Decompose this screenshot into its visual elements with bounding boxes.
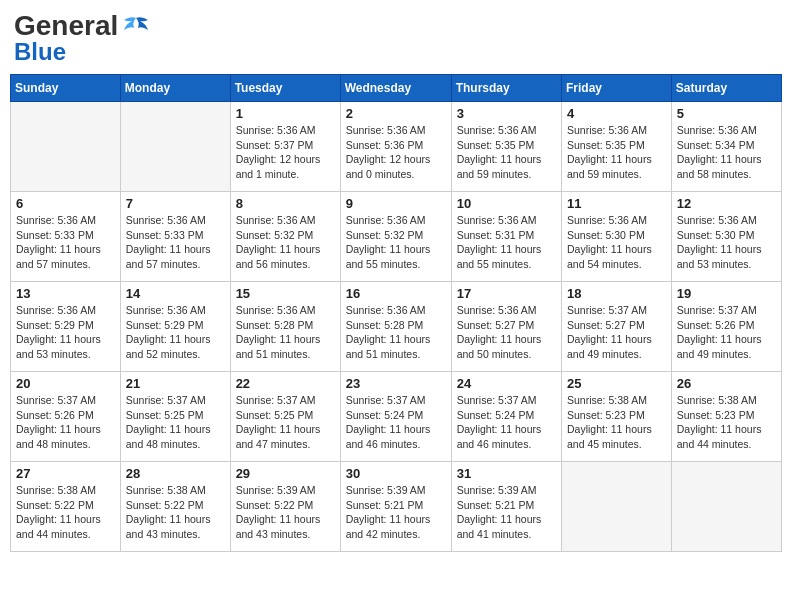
- day-number: 31: [457, 466, 556, 481]
- weekday-header-tuesday: Tuesday: [230, 75, 340, 102]
- calendar-cell: 20Sunrise: 5:37 AM Sunset: 5:26 PM Dayli…: [11, 372, 121, 462]
- weekday-header-sunday: Sunday: [11, 75, 121, 102]
- week-row-5: 27Sunrise: 5:38 AM Sunset: 5:22 PM Dayli…: [11, 462, 782, 552]
- week-row-3: 13Sunrise: 5:36 AM Sunset: 5:29 PM Dayli…: [11, 282, 782, 372]
- day-number: 16: [346, 286, 446, 301]
- day-number: 20: [16, 376, 115, 391]
- day-number: 21: [126, 376, 225, 391]
- calendar-cell: 13Sunrise: 5:36 AM Sunset: 5:29 PM Dayli…: [11, 282, 121, 372]
- day-number: 24: [457, 376, 556, 391]
- day-number: 12: [677, 196, 776, 211]
- calendar-cell: 4Sunrise: 5:36 AM Sunset: 5:35 PM Daylig…: [562, 102, 672, 192]
- day-number: 14: [126, 286, 225, 301]
- day-info: Sunrise: 5:37 AM Sunset: 5:26 PM Dayligh…: [677, 303, 776, 362]
- calendar-cell: [11, 102, 121, 192]
- day-info: Sunrise: 5:36 AM Sunset: 5:29 PM Dayligh…: [16, 303, 115, 362]
- day-info: Sunrise: 5:36 AM Sunset: 5:34 PM Dayligh…: [677, 123, 776, 182]
- day-info: Sunrise: 5:37 AM Sunset: 5:25 PM Dayligh…: [236, 393, 335, 452]
- day-info: Sunrise: 5:36 AM Sunset: 5:28 PM Dayligh…: [346, 303, 446, 362]
- calendar-cell: 2Sunrise: 5:36 AM Sunset: 5:36 PM Daylig…: [340, 102, 451, 192]
- day-info: Sunrise: 5:36 AM Sunset: 5:29 PM Dayligh…: [126, 303, 225, 362]
- day-number: 13: [16, 286, 115, 301]
- day-number: 27: [16, 466, 115, 481]
- calendar-cell: 19Sunrise: 5:37 AM Sunset: 5:26 PM Dayli…: [671, 282, 781, 372]
- day-info: Sunrise: 5:39 AM Sunset: 5:21 PM Dayligh…: [457, 483, 556, 542]
- day-info: Sunrise: 5:37 AM Sunset: 5:27 PM Dayligh…: [567, 303, 666, 362]
- day-info: Sunrise: 5:36 AM Sunset: 5:33 PM Dayligh…: [16, 213, 115, 272]
- calendar-cell: 23Sunrise: 5:37 AM Sunset: 5:24 PM Dayli…: [340, 372, 451, 462]
- day-number: 6: [16, 196, 115, 211]
- day-number: 5: [677, 106, 776, 121]
- day-info: Sunrise: 5:36 AM Sunset: 5:31 PM Dayligh…: [457, 213, 556, 272]
- calendar-cell: 26Sunrise: 5:38 AM Sunset: 5:23 PM Dayli…: [671, 372, 781, 462]
- calendar-cell: 9Sunrise: 5:36 AM Sunset: 5:32 PM Daylig…: [340, 192, 451, 282]
- day-info: Sunrise: 5:36 AM Sunset: 5:35 PM Dayligh…: [457, 123, 556, 182]
- logo-bird-icon: [122, 16, 150, 36]
- day-number: 8: [236, 196, 335, 211]
- calendar-cell: 27Sunrise: 5:38 AM Sunset: 5:22 PM Dayli…: [11, 462, 121, 552]
- calendar-cell: 16Sunrise: 5:36 AM Sunset: 5:28 PM Dayli…: [340, 282, 451, 372]
- calendar-cell: 21Sunrise: 5:37 AM Sunset: 5:25 PM Dayli…: [120, 372, 230, 462]
- weekday-header-row: SundayMondayTuesdayWednesdayThursdayFrid…: [11, 75, 782, 102]
- day-info: Sunrise: 5:36 AM Sunset: 5:30 PM Dayligh…: [677, 213, 776, 272]
- calendar-cell: [120, 102, 230, 192]
- week-row-1: 1Sunrise: 5:36 AM Sunset: 5:37 PM Daylig…: [11, 102, 782, 192]
- weekday-header-monday: Monday: [120, 75, 230, 102]
- day-number: 28: [126, 466, 225, 481]
- day-number: 29: [236, 466, 335, 481]
- day-number: 23: [346, 376, 446, 391]
- week-row-4: 20Sunrise: 5:37 AM Sunset: 5:26 PM Dayli…: [11, 372, 782, 462]
- weekday-header-saturday: Saturday: [671, 75, 781, 102]
- calendar-cell: 14Sunrise: 5:36 AM Sunset: 5:29 PM Dayli…: [120, 282, 230, 372]
- day-info: Sunrise: 5:38 AM Sunset: 5:22 PM Dayligh…: [16, 483, 115, 542]
- calendar-cell: 7Sunrise: 5:36 AM Sunset: 5:33 PM Daylig…: [120, 192, 230, 282]
- calendar-cell: 10Sunrise: 5:36 AM Sunset: 5:31 PM Dayli…: [451, 192, 561, 282]
- day-number: 18: [567, 286, 666, 301]
- day-number: 30: [346, 466, 446, 481]
- weekday-header-wednesday: Wednesday: [340, 75, 451, 102]
- calendar-cell: 30Sunrise: 5:39 AM Sunset: 5:21 PM Dayli…: [340, 462, 451, 552]
- day-number: 2: [346, 106, 446, 121]
- day-info: Sunrise: 5:36 AM Sunset: 5:35 PM Dayligh…: [567, 123, 666, 182]
- logo: General Blue: [14, 10, 150, 66]
- calendar-cell: 25Sunrise: 5:38 AM Sunset: 5:23 PM Dayli…: [562, 372, 672, 462]
- day-info: Sunrise: 5:39 AM Sunset: 5:21 PM Dayligh…: [346, 483, 446, 542]
- day-info: Sunrise: 5:36 AM Sunset: 5:33 PM Dayligh…: [126, 213, 225, 272]
- day-info: Sunrise: 5:36 AM Sunset: 5:28 PM Dayligh…: [236, 303, 335, 362]
- day-info: Sunrise: 5:37 AM Sunset: 5:25 PM Dayligh…: [126, 393, 225, 452]
- calendar-cell: 24Sunrise: 5:37 AM Sunset: 5:24 PM Dayli…: [451, 372, 561, 462]
- day-number: 19: [677, 286, 776, 301]
- day-number: 26: [677, 376, 776, 391]
- day-number: 1: [236, 106, 335, 121]
- calendar-cell: 22Sunrise: 5:37 AM Sunset: 5:25 PM Dayli…: [230, 372, 340, 462]
- calendar-cell: 18Sunrise: 5:37 AM Sunset: 5:27 PM Dayli…: [562, 282, 672, 372]
- day-number: 17: [457, 286, 556, 301]
- page-header: General Blue: [10, 10, 782, 66]
- calendar-cell: 29Sunrise: 5:39 AM Sunset: 5:22 PM Dayli…: [230, 462, 340, 552]
- day-info: Sunrise: 5:37 AM Sunset: 5:24 PM Dayligh…: [346, 393, 446, 452]
- day-number: 9: [346, 196, 446, 211]
- day-info: Sunrise: 5:38 AM Sunset: 5:22 PM Dayligh…: [126, 483, 225, 542]
- calendar-cell: 28Sunrise: 5:38 AM Sunset: 5:22 PM Dayli…: [120, 462, 230, 552]
- calendar-cell: 8Sunrise: 5:36 AM Sunset: 5:32 PM Daylig…: [230, 192, 340, 282]
- day-info: Sunrise: 5:39 AM Sunset: 5:22 PM Dayligh…: [236, 483, 335, 542]
- week-row-2: 6Sunrise: 5:36 AM Sunset: 5:33 PM Daylig…: [11, 192, 782, 282]
- day-info: Sunrise: 5:38 AM Sunset: 5:23 PM Dayligh…: [567, 393, 666, 452]
- weekday-header-thursday: Thursday: [451, 75, 561, 102]
- calendar-cell: 17Sunrise: 5:36 AM Sunset: 5:27 PM Dayli…: [451, 282, 561, 372]
- day-number: 4: [567, 106, 666, 121]
- day-number: 22: [236, 376, 335, 391]
- day-number: 7: [126, 196, 225, 211]
- calendar-cell: 5Sunrise: 5:36 AM Sunset: 5:34 PM Daylig…: [671, 102, 781, 192]
- calendar-cell: 1Sunrise: 5:36 AM Sunset: 5:37 PM Daylig…: [230, 102, 340, 192]
- calendar-cell: 11Sunrise: 5:36 AM Sunset: 5:30 PM Dayli…: [562, 192, 672, 282]
- day-info: Sunrise: 5:36 AM Sunset: 5:32 PM Dayligh…: [236, 213, 335, 272]
- day-info: Sunrise: 5:37 AM Sunset: 5:26 PM Dayligh…: [16, 393, 115, 452]
- day-info: Sunrise: 5:37 AM Sunset: 5:24 PM Dayligh…: [457, 393, 556, 452]
- day-info: Sunrise: 5:36 AM Sunset: 5:36 PM Dayligh…: [346, 123, 446, 182]
- weekday-header-friday: Friday: [562, 75, 672, 102]
- day-info: Sunrise: 5:36 AM Sunset: 5:27 PM Dayligh…: [457, 303, 556, 362]
- calendar-table: SundayMondayTuesdayWednesdayThursdayFrid…: [10, 74, 782, 552]
- day-info: Sunrise: 5:36 AM Sunset: 5:30 PM Dayligh…: [567, 213, 666, 272]
- calendar-cell: 3Sunrise: 5:36 AM Sunset: 5:35 PM Daylig…: [451, 102, 561, 192]
